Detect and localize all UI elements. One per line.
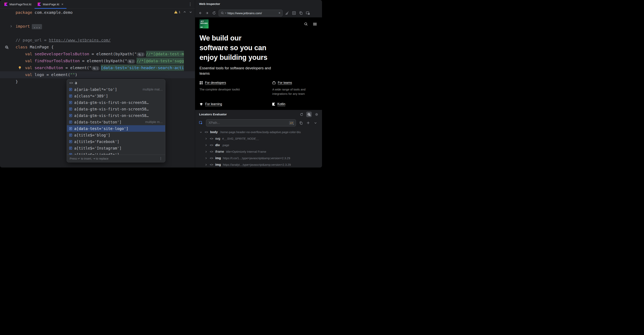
ide-window: MainPageTest.kt MainPage.kt × ⋮: [0, 0, 322, 168]
tree-row[interactable]: <> body .home-page.header-no-overflow.bo…: [195, 129, 322, 135]
tree-attr: .page: [222, 143, 229, 147]
completion-item[interactable]: a[title$='LinkedIn']: [67, 151, 165, 155]
pick-element-icon[interactable]: [198, 120, 204, 125]
matched-elements-inlay[interactable]: 2: [137, 52, 144, 57]
tree-tag: img: [215, 163, 221, 167]
feature-link[interactable]: Kotlin: [278, 102, 285, 106]
completion-item[interactable]: a[title$='blog']: [67, 132, 165, 138]
locators-settings-gear-icon[interactable]: [314, 112, 319, 117]
selector-icon: [69, 127, 72, 130]
site-menu-icon[interactable]: [313, 22, 317, 26]
selector-icon: [69, 120, 72, 124]
panel-title: Web Inspector: [199, 2, 220, 6]
tab-mainpage[interactable]: MainPage.kt ×: [34, 0, 66, 9]
browser-preview[interactable]: JETBRAINS We build our software so you c…: [195, 17, 322, 110]
feature-link[interactable]: For learning: [205, 102, 222, 106]
completion-prefix: a: [75, 81, 77, 85]
feature-link[interactable]: For teams: [278, 81, 292, 85]
tag-icon: <>: [210, 163, 213, 167]
back-button[interactable]: [198, 11, 203, 16]
chevron-right-icon[interactable]: [204, 144, 208, 147]
feature-link[interactable]: For developers: [205, 81, 226, 85]
completion-item-selected[interactable]: a[data-test='site-logo']: [67, 125, 165, 132]
code-line: val findYourToolsButton = element(byXpat…: [0, 58, 195, 64]
selector-icon: [69, 88, 72, 91]
matched-elements-inlay[interactable]: 1: [92, 66, 100, 71]
completion-item[interactable]: a[class*='389']: [67, 93, 165, 99]
jetbrains-logo[interactable]: JETBRAINS: [200, 19, 208, 29]
locators-refresh-icon[interactable]: [299, 112, 304, 117]
code-line: val searchButton = element("1[data-test=…: [0, 64, 195, 71]
tab-label: MainPageTest.kt: [10, 3, 31, 6]
chevron-right-icon[interactable]: [204, 137, 208, 140]
completion-item[interactable]: a[data-gtm-vis-first-on-screen58…: [67, 112, 165, 119]
completion-item[interactable]: a[data-gtm-vis-first-on-screen58…: [67, 106, 165, 112]
completion-footer: Press ↵ to insert, ⇥ to replace ⋮: [67, 155, 165, 162]
xpath-input[interactable]: [208, 121, 288, 125]
browser-settings-icon[interactable]: [306, 11, 310, 16]
tag-icon: <>: [210, 137, 213, 140]
chevron-right-icon[interactable]: [204, 163, 208, 166]
completion-item[interactable]: a[title$='Instagram']: [67, 145, 165, 151]
feature-kotlin: Kotlin: [272, 102, 317, 109]
selector-icon: [69, 146, 72, 150]
matched-elements-inlay[interactable]: 2: [127, 59, 135, 64]
tag-icon: <>: [204, 130, 208, 134]
inspector-toolbar: ×: [195, 9, 322, 17]
close-frame-icon[interactable]: [292, 11, 296, 16]
chevron-right-icon[interactable]: [204, 150, 208, 153]
comment-url-link[interactable]: https://www.jetbrains.com/: [49, 38, 111, 43]
editor-tabbar: MainPageTest.kt MainPage.kt × ⋮: [0, 0, 195, 9]
xpath-language-badge[interactable]: //: [289, 121, 294, 125]
chevron-down-icon: [225, 13, 226, 14]
add-locator-icon[interactable]: [306, 121, 310, 125]
url-input[interactable]: [228, 12, 278, 15]
xpath-field[interactable]: //: [206, 119, 296, 126]
clean-cookies-icon[interactable]: [285, 11, 290, 16]
selector-icon: [69, 153, 72, 155]
chevron-right-icon[interactable]: [204, 157, 208, 160]
selector-icon: [69, 133, 72, 137]
code-line: class MainPage {: [0, 44, 195, 51]
completion-item[interactable]: a[data-test='button']multiple m…: [67, 119, 165, 125]
kotlin-icon: [272, 103, 275, 106]
tab-options-kebab-icon[interactable]: ⋮: [188, 2, 192, 7]
tag-icon: <>: [69, 81, 73, 85]
forward-button[interactable]: [205, 11, 210, 16]
chevron-down-icon[interactable]: [200, 131, 203, 134]
completion-options-kebab-icon[interactable]: ⋮: [159, 156, 162, 161]
code-line: [0, 16, 195, 23]
selector-icon: [69, 107, 72, 111]
url-bar[interactable]: ×: [218, 10, 282, 17]
expand-chevron-icon[interactable]: [313, 121, 318, 125]
tree-row[interactable]: <> div .page: [195, 142, 322, 148]
completion-item[interactable]: a[data-gtm-vis-first-on-screen58…: [67, 99, 165, 106]
site-search-icon[interactable]: [304, 22, 308, 26]
logo-underscore: [200, 27, 203, 28]
copy-locator-icon[interactable]: [298, 121, 303, 125]
completion-item[interactable]: a[aria-label*='to']multiple mat…: [67, 86, 165, 93]
code-line-current: val logo = element(""): [0, 71, 195, 78]
completion-item[interactable]: a[title$='Facebook']: [67, 138, 165, 145]
tree-row[interactable]: <> img https://analyt...;type=javascript…: [195, 161, 322, 168]
completion-list: a[aria-label*='to']multiple mat… a[class…: [67, 86, 165, 155]
close-tab-icon[interactable]: ×: [61, 3, 63, 6]
refresh-button[interactable]: [212, 11, 216, 16]
locators-title: Locators Evaluator: [199, 113, 227, 116]
folded-imports[interactable]: ...: [32, 24, 42, 29]
tree-tag: iframe: [215, 150, 224, 153]
graduation-cap-icon: [200, 103, 203, 106]
tree-attr: .home-page.header-no-overflow.body-adapt…: [220, 130, 301, 134]
tree-row[interactable]: <> img https://t.co/1...;type=javascript…: [195, 155, 322, 161]
web-inspector-panel: Web Inspector ×: [195, 0, 322, 168]
tab-mainpagetest[interactable]: MainPageTest.kt: [1, 0, 34, 9]
tree-row[interactable]: <> iframe title=Optimizely Internal Fram…: [195, 148, 322, 155]
sync-with-browser-toggle[interactable]: [306, 112, 312, 117]
copy-icon[interactable]: [298, 11, 303, 16]
selector-icon: [69, 140, 72, 143]
clear-url-icon[interactable]: ×: [278, 11, 280, 15]
tree-row[interactable]: <> svg #__SVG_SPRITE_NODE__: [195, 135, 322, 142]
grid-icon: [200, 81, 203, 85]
feature-learning: For learning: [200, 102, 268, 109]
code-line: // page_url = https://www.jetbrains.com/: [0, 37, 195, 44]
